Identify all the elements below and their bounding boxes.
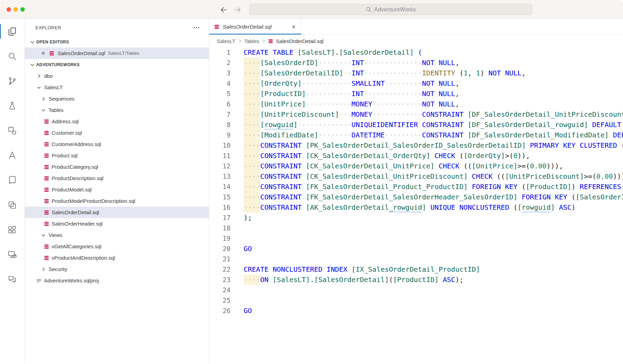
- forward-button[interactable]: [233, 6, 242, 14]
- tree-item-productmodelproductdescription-sql[interactable]: ProductModelProductDescription.sql: [25, 195, 209, 207]
- line-number: 16: [209, 202, 231, 212]
- code-line[interactable]: 7····[UnitPriceDiscount]···MONEY········…: [209, 109, 623, 119]
- tree-item-label: SalesOrderDetail.sql: [52, 209, 99, 215]
- database-shapes-icon-button[interactable]: [0, 118, 24, 143]
- tree-item-customer-sql[interactable]: Customer.sql: [25, 127, 209, 138]
- code-line[interactable]: 11····CONSTRAINT [CK_SalesOrderDetail_Or…: [209, 150, 623, 161]
- open-editor-name: SalesOrderDetail.sql: [58, 50, 105, 56]
- source-control-icon-button[interactable]: [0, 69, 24, 93]
- minimize-window-button[interactable]: [13, 7, 18, 12]
- code-line[interactable]: 23····ON [SalesLT].[SalesOrderDetail]([P…: [209, 274, 623, 285]
- open-editor-item[interactable]: SalesOrderDetail.sql SalesLT/Tables: [25, 48, 209, 59]
- tree-item-salesorderdetail-sql[interactable]: SalesOrderDetail.sql: [25, 207, 209, 218]
- line-number: 14: [209, 181, 231, 192]
- remote-screen-icon-button[interactable]: [0, 242, 24, 267]
- code-line[interactable]: 1CREATE TABLE [SalesLT].[SalesOrderDetai…: [209, 47, 623, 58]
- code-line[interactable]: 18: [209, 223, 623, 233]
- code-line[interactable]: 20GO: [209, 243, 623, 254]
- command-center-search[interactable]: AdventureWorks: [249, 4, 532, 15]
- code-line[interactable]: 4····[OrderQty]············SMALLINT·····…: [209, 78, 623, 89]
- database-file-icon: [44, 187, 49, 193]
- database-file-icon: [44, 153, 49, 158]
- code-line-content: ····[UnitPrice]···········MONEY·········…: [244, 99, 459, 109]
- tree-item-label: ProductModel.sql: [52, 187, 92, 193]
- code-line[interactable]: 15····CONSTRAINT [FK_SalesOrderDetail_Sa…: [209, 192, 623, 202]
- code-line[interactable]: 3····[SalesOrderDetailID]··INT··········…: [209, 68, 623, 78]
- breadcrumb-file[interactable]: SalesOrderDetail.sql: [276, 38, 324, 44]
- code-line[interactable]: 19: [209, 233, 623, 243]
- workspace-header[interactable]: ADVENTUREWORKS: [25, 59, 209, 70]
- database-file-icon: [44, 164, 49, 170]
- close-editor-icon[interactable]: [41, 51, 46, 56]
- testing-flask-icon-button[interactable]: [0, 93, 24, 118]
- line-number: 9: [209, 130, 231, 140]
- tree-item-label: ProductDescription.sql: [52, 175, 103, 181]
- code-line[interactable]: 26GO: [209, 305, 623, 316]
- database-file-icon: [44, 142, 49, 147]
- tree-item-label: vProductAndDescription.sql: [52, 255, 115, 261]
- azure-icon-button[interactable]: [0, 143, 24, 168]
- tree-item-productcategory-sql[interactable]: ProductCategory.sql: [25, 161, 209, 173]
- tree-item-dbo[interactable]: dbo: [25, 70, 209, 82]
- code-line[interactable]: 25: [209, 295, 623, 305]
- code-editor[interactable]: 1CREATE TABLE [SalesLT].[SalesOrderDetai…: [209, 47, 623, 364]
- code-line[interactable]: 10····CONSTRAINT [PK_SalesOrderDetail_Sa…: [209, 140, 623, 150]
- code-line-content: );: [244, 212, 252, 223]
- line-number: 17: [209, 212, 231, 223]
- code-line[interactable]: 2····[SalesOrderID]········INT··········…: [209, 58, 623, 68]
- close-window-button[interactable]: [7, 7, 11, 12]
- workspace-label: ADVENTUREWORKS: [36, 62, 80, 67]
- line-number: 12: [209, 161, 231, 171]
- code-line-content: ····CONSTRAINT [FK_SalesOrderDetail_Sale…: [244, 192, 623, 202]
- tree-item-views[interactable]: Views: [25, 229, 209, 241]
- search-icon-button[interactable]: [0, 44, 24, 69]
- code-line[interactable]: 6····[UnitPrice]···········MONEY········…: [209, 99, 623, 109]
- tree-item-sequences[interactable]: Sequences: [25, 93, 209, 104]
- tree-item-product-sql[interactable]: Product.sql: [25, 150, 209, 161]
- tree-item-label: Address.sql: [52, 118, 79, 124]
- tree-item-productdescription-sql[interactable]: ProductDescription.sql: [25, 173, 209, 184]
- code-line[interactable]: 12····CONSTRAINT [CK_SalesOrderDetail_Un…: [209, 161, 623, 171]
- extensions-icon-button[interactable]: [0, 217, 24, 242]
- notebook-icon-button[interactable]: [0, 168, 24, 193]
- back-button[interactable]: [219, 6, 228, 14]
- code-line[interactable]: 17);: [209, 212, 623, 223]
- tree-item-customeraddress-sql[interactable]: CustomerAddress.sql: [25, 138, 209, 150]
- pages-icon-button[interactable]: [0, 193, 24, 217]
- tree-item-tables[interactable]: Tables: [25, 104, 209, 116]
- close-tab-icon[interactable]: [291, 24, 296, 29]
- more-actions-button[interactable]: [193, 24, 200, 31]
- tree-item-adventureworks-sqlproj[interactable]: AdventureWorks.sqlproj: [25, 275, 209, 286]
- breadcrumb-schema[interactable]: SalesLT: [217, 38, 235, 44]
- tab-salesorderdetail-sql[interactable]: SalesOrderDetail.sql: [209, 19, 302, 34]
- code-line[interactable]: 21: [209, 254, 623, 264]
- code-line[interactable]: 22CREATE NONCLUSTERED INDEX [IX_SalesOrd…: [209, 264, 623, 274]
- chat-icon-button[interactable]: [0, 267, 24, 292]
- tree-item-salesorderheader-sql[interactable]: SalesOrderHeader.sql: [25, 218, 209, 229]
- tree-item-address-sql[interactable]: Address.sql: [25, 116, 209, 127]
- code-line-content: ····[UnitPriceDiscount]···MONEY·········…: [244, 109, 623, 119]
- tree-item-vgetallcategories-sql[interactable]: vGetAllCategories.sql: [25, 241, 209, 252]
- open-editors-header[interactable]: OPEN EDITORS: [25, 36, 209, 48]
- tree-item-productmodel-sql[interactable]: ProductModel.sql: [25, 184, 209, 195]
- database-file-icon: [44, 244, 49, 249]
- chevron-down-icon: [30, 62, 35, 67]
- line-number: 19: [209, 233, 231, 243]
- tree-item-saleslt[interactable]: SalesLT: [25, 82, 209, 93]
- zoom-window-button[interactable]: [20, 7, 25, 12]
- code-line[interactable]: 13····CONSTRAINT [CK_SalesOrderDetail_Un…: [209, 171, 623, 181]
- code-line[interactable]: 24: [209, 285, 623, 295]
- code-line-content: CREATE NONCLUSTERED INDEX [IX_SalesOrder…: [244, 264, 480, 274]
- tree-item-security[interactable]: Security: [25, 263, 209, 275]
- code-line[interactable]: 9····[ModifiedDate]········DATETIME·····…: [209, 130, 623, 140]
- code-line[interactable]: 16····CONSTRAINT [AK_SalesOrderDetail_ro…: [209, 202, 623, 212]
- database-file-icon: [44, 221, 49, 227]
- files-icon-button[interactable]: [0, 19, 24, 44]
- code-line[interactable]: 8····[rowguid]·············UNIQUEIDENTIF…: [209, 119, 623, 130]
- open-editor-description: SalesLT/Tables: [108, 51, 140, 56]
- code-line[interactable]: 5····[ProductID]···········INT··········…: [209, 89, 623, 99]
- breadcrumb-folder[interactable]: Tables: [244, 38, 259, 44]
- code-line[interactable]: 14····CONSTRAINT [FK_SalesOrderDetail_Pr…: [209, 181, 623, 192]
- tree-item-vproductanddescription-sql[interactable]: vProductAndDescription.sql: [25, 252, 209, 263]
- code-line-content: ····CONSTRAINT [CK_SalesOrderDetail_Unit…: [244, 171, 623, 181]
